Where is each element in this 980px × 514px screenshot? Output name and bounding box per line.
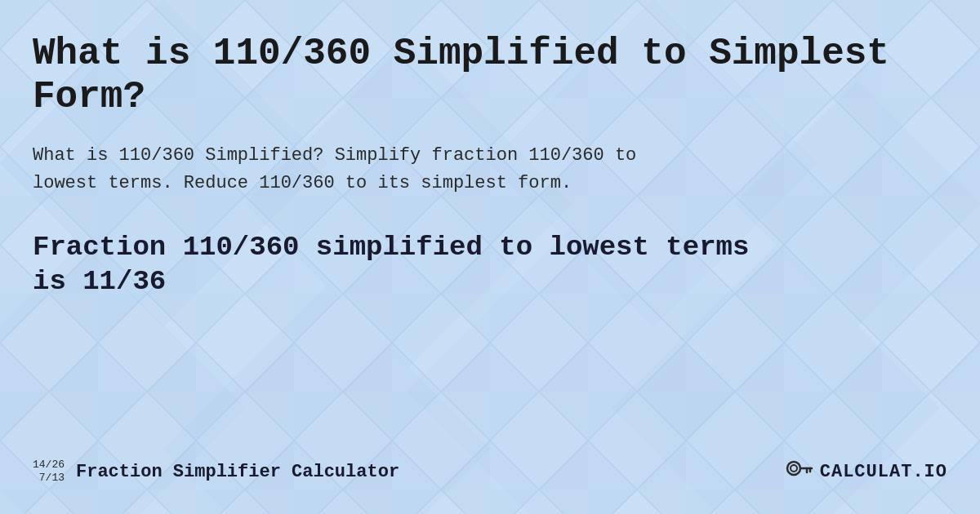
main-section: What is 110/360 Simplified to Simplest F… xyxy=(33,33,947,454)
logo-icon xyxy=(784,454,813,490)
result-section: Fraction 110/360 simplified to lowest te… xyxy=(33,230,947,299)
page-content: What is 110/360 Simplified to Simplest F… xyxy=(0,0,980,514)
fraction-top: 14/26 xyxy=(33,459,65,472)
svg-point-15 xyxy=(787,462,800,475)
brand-label: Fraction Simplifier Calculator xyxy=(76,462,399,482)
result-text: Fraction 110/360 simplified to lowest te… xyxy=(33,230,768,299)
svg-point-16 xyxy=(791,465,797,472)
page-title: What is 110/360 Simplified to Simplest F… xyxy=(33,33,947,119)
description-text: What is 110/360 Simplified? Simplify fra… xyxy=(33,142,653,197)
fraction-stack: 14/26 7/13 xyxy=(33,459,65,484)
logo-text: CALCULAT.IO xyxy=(820,462,947,482)
fraction-bottom: 7/13 xyxy=(39,472,65,485)
footer-logo: CALCULAT.IO xyxy=(784,454,947,490)
footer: 14/26 7/13 Fraction Simplifier Calculato… xyxy=(33,454,947,490)
footer-left: 14/26 7/13 Fraction Simplifier Calculato… xyxy=(33,459,399,484)
